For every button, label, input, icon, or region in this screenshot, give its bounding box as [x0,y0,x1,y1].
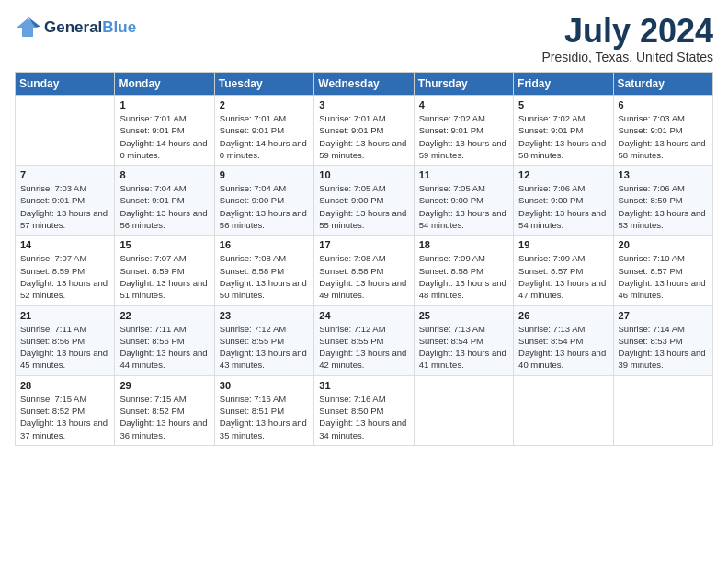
table-row: 22 Sunrise: 7:11 AMSunset: 8:56 PMDaylig… [115,305,214,375]
day-info: Sunrise: 7:08 AMSunset: 8:58 PMDaylight:… [319,252,408,301]
day-info: Sunrise: 7:13 AMSunset: 8:54 PMDaylight:… [518,323,608,372]
day-number: 22 [119,310,209,321]
svg-marker-0 [17,18,39,37]
day-info: Sunrise: 7:04 AMSunset: 9:01 PMDaylight:… [119,182,209,231]
table-row: 1 Sunrise: 7:01 AMSunset: 9:01 PMDayligh… [115,96,214,166]
day-number: 31 [319,380,408,391]
day-info: Sunrise: 7:11 AMSunset: 8:56 PMDaylight:… [119,323,209,372]
table-row: 3 Sunrise: 7:01 AMSunset: 9:01 PMDayligh… [314,96,414,166]
table-row: 19 Sunrise: 7:09 AMSunset: 8:57 PMDaylig… [514,236,613,305]
table-row: 9 Sunrise: 7:04 AMSunset: 9:00 PMDayligh… [214,166,313,236]
logo-icon [15,15,40,40]
table-row: 26 Sunrise: 7:13 AMSunset: 8:54 PMDaylig… [514,305,613,375]
day-info: Sunrise: 7:11 AMSunset: 8:56 PMDaylight:… [20,323,109,372]
calendar-week-row: 14 Sunrise: 7:07 AMSunset: 8:59 PMDaylig… [16,236,713,305]
table-row: 11 Sunrise: 7:05 AMSunset: 9:00 PMDaylig… [414,166,513,236]
calendar-week-row: 1 Sunrise: 7:01 AMSunset: 9:01 PMDayligh… [16,96,713,166]
title-block: July 2024 Presidio, Texas, United States [541,15,713,64]
day-info: Sunrise: 7:07 AMSunset: 8:59 PMDaylight:… [119,252,209,301]
table-row [613,375,712,445]
table-row: 23 Sunrise: 7:12 AMSunset: 8:55 PMDaylig… [214,305,313,375]
table-row [514,375,613,445]
day-info: Sunrise: 7:04 AMSunset: 9:00 PMDaylight:… [220,182,309,231]
table-row: 8 Sunrise: 7:04 AMSunset: 9:01 PMDayligh… [115,166,214,236]
table-row: 12 Sunrise: 7:06 AMSunset: 9:00 PMDaylig… [514,166,613,236]
table-row: 21 Sunrise: 7:11 AMSunset: 8:56 PMDaylig… [16,305,115,375]
day-number: 8 [119,169,209,180]
day-number: 7 [20,169,109,180]
day-info: Sunrise: 7:07 AMSunset: 8:59 PMDaylight:… [20,252,109,301]
month-title: July 2024 [541,15,713,48]
day-number: 25 [419,310,508,321]
day-info: Sunrise: 7:06 AMSunset: 9:00 PMDaylight:… [518,182,608,231]
day-number: 23 [220,310,309,321]
day-number: 29 [119,380,209,391]
day-number: 9 [220,169,309,180]
day-number: 3 [319,99,408,110]
day-info: Sunrise: 7:01 AMSunset: 9:01 PMDaylight:… [119,112,209,161]
table-row: 31 Sunrise: 7:16 AMSunset: 8:50 PMDaylig… [314,375,414,445]
day-info: Sunrise: 7:05 AMSunset: 9:00 PMDaylight:… [419,182,508,231]
day-info: Sunrise: 7:02 AMSunset: 9:01 PMDaylight:… [518,112,608,161]
col-monday: Monday [115,73,214,96]
day-info: Sunrise: 7:03 AMSunset: 9:01 PMDaylight:… [20,182,109,231]
table-row: 18 Sunrise: 7:09 AMSunset: 8:58 PMDaylig… [414,236,513,305]
day-info: Sunrise: 7:02 AMSunset: 9:01 PMDaylight:… [419,112,508,161]
col-sunday: Sunday [16,73,115,96]
table-row: 28 Sunrise: 7:15 AMSunset: 8:52 PMDaylig… [16,375,115,445]
day-info: Sunrise: 7:10 AMSunset: 8:57 PMDaylight:… [619,252,708,301]
table-row: 2 Sunrise: 7:01 AMSunset: 9:01 PMDayligh… [214,96,313,166]
day-number: 21 [20,310,109,321]
day-number: 19 [518,239,608,250]
day-info: Sunrise: 7:15 AMSunset: 8:52 PMDaylight:… [119,393,209,442]
day-info: Sunrise: 7:01 AMSunset: 9:01 PMDaylight:… [220,112,309,161]
day-number: 18 [419,239,508,250]
calendar-week-row: 28 Sunrise: 7:15 AMSunset: 8:52 PMDaylig… [16,375,713,445]
day-number: 11 [419,169,508,180]
table-row: 7 Sunrise: 7:03 AMSunset: 9:01 PMDayligh… [16,166,115,236]
day-info: Sunrise: 7:01 AMSunset: 9:01 PMDaylight:… [319,112,408,161]
day-number: 17 [319,239,408,250]
col-friday: Friday [514,73,613,96]
day-info: Sunrise: 7:09 AMSunset: 8:58 PMDaylight:… [419,252,508,301]
day-number: 30 [220,380,309,391]
logo: GeneralBlue [15,15,136,40]
table-row: 25 Sunrise: 7:13 AMSunset: 8:54 PMDaylig… [414,305,513,375]
day-info: Sunrise: 7:06 AMSunset: 8:59 PMDaylight:… [619,182,708,231]
table-row: 10 Sunrise: 7:05 AMSunset: 9:00 PMDaylig… [314,166,414,236]
calendar-week-row: 7 Sunrise: 7:03 AMSunset: 9:01 PMDayligh… [16,166,713,236]
day-info: Sunrise: 7:14 AMSunset: 8:53 PMDaylight:… [619,323,708,372]
table-row: 29 Sunrise: 7:15 AMSunset: 8:52 PMDaylig… [115,375,214,445]
logo-text: GeneralBlue [44,18,136,37]
table-row [414,375,513,445]
location: Presidio, Texas, United States [541,50,713,64]
table-row: 6 Sunrise: 7:03 AMSunset: 9:01 PMDayligh… [613,96,712,166]
table-row: 24 Sunrise: 7:12 AMSunset: 8:55 PMDaylig… [314,305,414,375]
calendar-week-row: 21 Sunrise: 7:11 AMSunset: 8:56 PMDaylig… [16,305,713,375]
day-number: 12 [518,169,608,180]
day-info: Sunrise: 7:15 AMSunset: 8:52 PMDaylight:… [20,393,109,442]
table-row: 14 Sunrise: 7:07 AMSunset: 8:59 PMDaylig… [16,236,115,305]
day-number: 20 [619,239,708,250]
table-row: 20 Sunrise: 7:10 AMSunset: 8:57 PMDaylig… [613,236,712,305]
table-row: 13 Sunrise: 7:06 AMSunset: 8:59 PMDaylig… [613,166,712,236]
table-row: 16 Sunrise: 7:08 AMSunset: 8:58 PMDaylig… [214,236,313,305]
col-wednesday: Wednesday [314,73,414,96]
day-number: 13 [619,169,708,180]
col-tuesday: Tuesday [214,73,313,96]
day-number: 1 [119,99,209,110]
col-thursday: Thursday [414,73,513,96]
day-info: Sunrise: 7:09 AMSunset: 8:57 PMDaylight:… [518,252,608,301]
table-row: 15 Sunrise: 7:07 AMSunset: 8:59 PMDaylig… [115,236,214,305]
table-row: 5 Sunrise: 7:02 AMSunset: 9:01 PMDayligh… [514,96,613,166]
day-number: 5 [518,99,608,110]
day-info: Sunrise: 7:12 AMSunset: 8:55 PMDaylight:… [220,323,309,372]
table-row: 27 Sunrise: 7:14 AMSunset: 8:53 PMDaylig… [613,305,712,375]
day-number: 16 [220,239,309,250]
day-info: Sunrise: 7:03 AMSunset: 9:01 PMDaylight:… [619,112,708,161]
calendar-table: Sunday Monday Tuesday Wednesday Thursday… [15,72,713,446]
day-number: 14 [20,239,109,250]
day-info: Sunrise: 7:16 AMSunset: 8:51 PMDaylight:… [220,393,309,442]
day-info: Sunrise: 7:05 AMSunset: 9:00 PMDaylight:… [319,182,408,231]
col-saturday: Saturday [613,73,712,96]
